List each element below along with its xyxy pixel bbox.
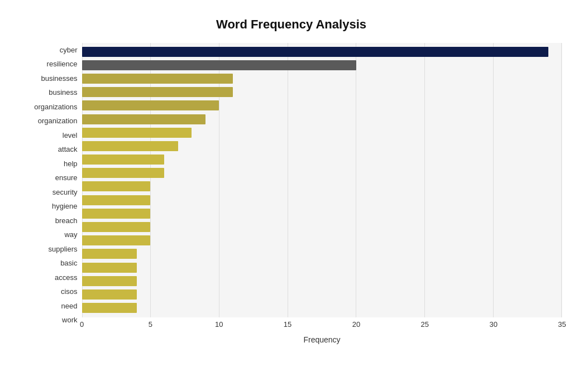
y-label: ensure — [21, 171, 82, 185]
bar-row — [82, 59, 562, 71]
y-label: need — [21, 299, 82, 313]
x-tick: 5 — [149, 320, 152, 329]
bar-row — [82, 207, 562, 220]
plot-area: 05101520253035 Frequency — [82, 43, 562, 344]
y-label: businesses — [21, 71, 82, 86]
y-label: basic — [21, 256, 82, 271]
bar — [82, 141, 178, 151]
y-label: organizations — [21, 100, 82, 114]
y-label: organization — [21, 114, 82, 128]
bar-row — [82, 140, 562, 152]
bar-row — [82, 113, 562, 125]
x-axis-label: Frequency — [82, 335, 562, 344]
x-tick: 15 — [284, 320, 291, 329]
bars-wrapper — [82, 43, 562, 317]
bar — [82, 155, 164, 165]
y-label: cyber — [21, 43, 82, 57]
chart-area: cyberresiliencebusinessesbusinessorganiz… — [21, 43, 562, 344]
x-tick: 10 — [215, 320, 223, 329]
y-label: cisos — [21, 284, 82, 299]
bar — [82, 128, 192, 138]
bar — [82, 100, 219, 110]
bar — [82, 303, 137, 313]
bar — [82, 87, 233, 97]
y-label: attack — [21, 142, 82, 157]
x-tick: 30 — [489, 320, 497, 329]
y-label: breach — [21, 214, 82, 228]
bar — [82, 181, 151, 191]
bar-row — [82, 248, 562, 260]
bar — [82, 263, 137, 273]
x-tick: 35 — [558, 320, 566, 329]
x-tick: 20 — [352, 320, 360, 329]
bar — [82, 209, 151, 219]
bar-row — [82, 234, 562, 247]
x-axis: 05101520253035 — [82, 317, 562, 334]
x-axis-wrapper: 05101520253035 Frequency — [82, 317, 562, 344]
bar-row — [82, 99, 562, 112]
y-label: security — [21, 185, 82, 200]
bar — [82, 235, 151, 245]
y-axis: cyberresiliencebusinessesbusinessorganiz… — [21, 43, 82, 344]
bar — [82, 60, 356, 70]
bar — [82, 289, 137, 300]
bar-row — [82, 86, 562, 98]
bar — [82, 249, 137, 259]
y-label: way — [21, 228, 82, 242]
y-label: access — [21, 271, 82, 285]
bar — [82, 222, 151, 232]
x-tick: 25 — [421, 320, 429, 329]
bar — [82, 47, 548, 57]
bar — [82, 74, 233, 84]
bar-row — [82, 302, 562, 314]
bar-row — [82, 167, 562, 179]
bar-row — [82, 275, 562, 287]
bar — [82, 168, 164, 178]
bar-row — [82, 262, 562, 274]
y-label: resilience — [21, 57, 82, 71]
bar-row — [82, 221, 562, 233]
y-label: business — [21, 85, 82, 100]
bar — [82, 276, 137, 286]
y-label: work — [21, 313, 82, 327]
y-label: suppliers — [21, 242, 82, 257]
y-label: level — [21, 128, 82, 143]
bars-container — [82, 43, 562, 317]
bar-row — [82, 153, 562, 166]
chart-title: Word Frequency Analysis — [21, 17, 562, 32]
bar-row — [82, 194, 562, 206]
bar-row — [82, 288, 562, 301]
bar — [82, 195, 151, 205]
bar-row — [82, 127, 562, 139]
chart-container: Word Frequency Analysis cyberresilienceb… — [9, 6, 579, 385]
y-label: hygiene — [21, 199, 82, 214]
bar-row — [82, 73, 562, 85]
y-label: help — [21, 157, 82, 171]
bar-row — [82, 46, 562, 58]
bar-row — [82, 180, 562, 192]
bar — [82, 114, 205, 124]
x-tick: 0 — [80, 320, 84, 329]
